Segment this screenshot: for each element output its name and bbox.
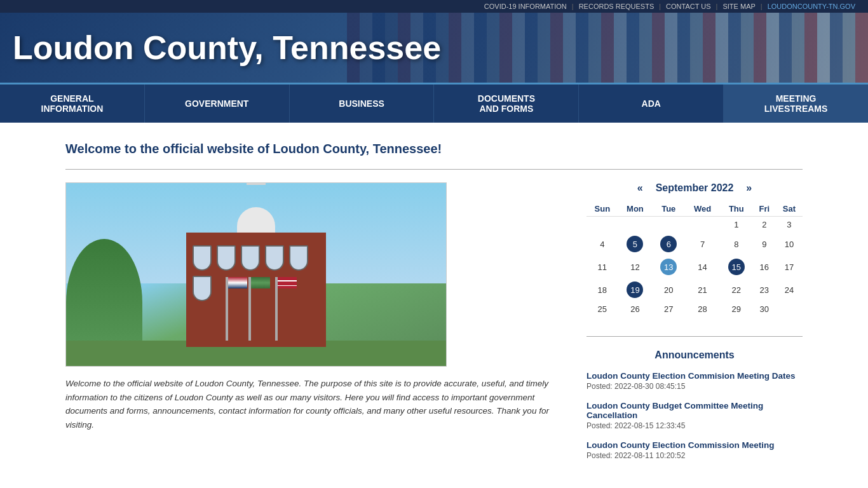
announcement-item-2: Loudon County Budget Committee Meeting C…	[587, 401, 803, 430]
calendar-day-cell[interactable]: 6	[652, 233, 685, 255]
content-columns: Welcome to the official website of Loudo…	[65, 182, 803, 470]
calendar-day-cell[interactable]: 15	[720, 255, 753, 278]
courthouse-photo	[65, 182, 447, 367]
calendar-day-cell[interactable]: 1	[720, 217, 753, 233]
calendar-day-cell[interactable]: 17	[776, 255, 803, 278]
calendar-day-cell[interactable]: 9	[753, 233, 776, 255]
calendar-day-cell[interactable]: 3	[776, 217, 803, 233]
flag-pole-1	[275, 277, 278, 341]
calendar-event-day: 5	[627, 236, 643, 252]
announcement-item-1: Loudon County Election Commision Meeting…	[587, 371, 803, 391]
calendar-day-cell[interactable]: 28	[685, 301, 719, 317]
announcement-date-2: Posted: 2022-08-15 12:33:45	[587, 421, 803, 430]
contact-link[interactable]: CONTACT US	[666, 3, 711, 10]
calendar-day-cell[interactable]: 20	[652, 278, 685, 301]
calendar-day-cell[interactable]: 23	[753, 278, 776, 301]
welcome-text: Welcome to the official website of Loudo…	[65, 377, 561, 431]
window	[289, 245, 308, 271]
sep3: |	[716, 3, 718, 10]
calendar-day-cell[interactable]: 8	[720, 233, 753, 255]
calendar-week-row-2: 11121314151617	[587, 255, 803, 278]
announcement-date-3: Posted: 2022-08-11 10:20:52	[587, 451, 803, 460]
calendar-day-cell[interactable]: 13	[652, 255, 685, 278]
left-column: Welcome to the official website of Loudo…	[65, 182, 561, 431]
calendar-day-cell[interactable]: 25	[587, 301, 618, 317]
calendar: « September 2022 » Sun Mon Tue Wed Thu F…	[587, 182, 803, 317]
calendar-day-cell[interactable]: 2	[753, 217, 776, 233]
covid-link[interactable]: COVID-19 INFORMATION	[484, 3, 567, 10]
announcement-title-1[interactable]: Loudon County Election Commision Meeting…	[587, 371, 803, 381]
flag-2	[251, 277, 270, 288]
calendar-day-cell	[685, 217, 719, 233]
calendar-next-button[interactable]: »	[746, 182, 752, 194]
cal-thu-header: Thu	[720, 201, 753, 217]
calendar-event-day: 19	[627, 281, 643, 298]
nav-business[interactable]: BUSINESS	[290, 85, 435, 123]
sep4: |	[761, 3, 763, 10]
calendar-day-cell[interactable]: 4	[587, 233, 618, 255]
calendar-day-cell[interactable]: 10	[776, 233, 803, 255]
calendar-today: 13	[660, 259, 677, 275]
calendar-day-cell[interactable]: 7	[685, 233, 719, 255]
calendar-day-cell[interactable]: 19	[618, 278, 652, 301]
main-content: Welcome to the official website of Loudo…	[53, 123, 815, 488]
site-title: Loudon County, Tennessee	[13, 29, 441, 67]
announcements-section: Announcements Loudon County Election Com…	[587, 349, 803, 460]
announcement-title-2[interactable]: Loudon County Budget Committee Meeting C…	[587, 401, 803, 420]
calendar-prev-button[interactable]: «	[637, 182, 643, 194]
header: Loudon County, Tennessee	[0, 13, 868, 83]
calendar-week-row-3: 18192021222324	[587, 278, 803, 301]
flag-1	[278, 277, 297, 288]
calendar-day-cell	[776, 301, 803, 317]
calendar-day-cell[interactable]: 22	[720, 278, 753, 301]
calendar-week-row-1: 45678910	[587, 233, 803, 255]
top-bar: COVID-19 INFORMATION | RECORDS REQUESTS …	[0, 0, 868, 13]
calendar-week-row-4: 252627282930	[587, 301, 803, 317]
cal-tue-header: Tue	[652, 201, 685, 217]
calendar-month-year: September 2022	[656, 182, 734, 194]
nav-general-information[interactable]: GENERALINFORMATION	[0, 85, 145, 123]
calendar-day-cell[interactable]: 12	[618, 255, 652, 278]
nav-government[interactable]: GOVERNMENT	[145, 85, 290, 123]
calendar-body: 1234567891011121314151617181920212223242…	[587, 217, 803, 318]
welcome-heading: Welcome to the official website of Loudo…	[65, 142, 803, 156]
cal-sun-header: Sun	[587, 201, 618, 217]
announcements-divider	[587, 336, 803, 337]
content-divider	[65, 169, 803, 170]
announcement-date-1: Posted: 2022-08-30 08:45:15	[587, 382, 803, 391]
calendar-day-cell[interactable]: 24	[776, 278, 803, 301]
calendar-day-cell	[587, 217, 618, 233]
calendar-day-cell[interactable]: 18	[587, 278, 618, 301]
calendar-day-cell[interactable]: 11	[587, 255, 618, 278]
calendar-day-cell[interactable]: 27	[652, 301, 685, 317]
nav-documents-forms[interactable]: DOCUMENTSAND FORMS	[434, 85, 579, 123]
sitemap-link[interactable]: SITE MAP	[722, 3, 755, 10]
county-link[interactable]: LOUDONCOUNTY-TN.GOV	[768, 3, 855, 10]
nav-meeting-livestreams[interactable]: MeetingLivestreams	[724, 85, 868, 123]
calendar-day-cell[interactable]: 5	[618, 233, 652, 255]
calendar-day-cell[interactable]: 21	[685, 278, 719, 301]
window	[193, 245, 212, 271]
calendar-day-cell[interactable]: 16	[753, 255, 776, 278]
right-column: « September 2022 » Sun Mon Tue Wed Thu F…	[587, 182, 803, 470]
calendar-day-cell[interactable]: 29	[720, 301, 753, 317]
window	[241, 245, 260, 271]
calendar-event-day: 6	[660, 236, 677, 252]
calendar-day-cell[interactable]: 26	[618, 301, 652, 317]
nav-ada[interactable]: ADA	[579, 85, 724, 123]
announcement-item-3: Loudon County Election Commission Meetin…	[587, 440, 803, 460]
records-link[interactable]: RECORDS REQUESTS	[579, 3, 654, 10]
window	[265, 245, 284, 271]
flag-pole-2	[248, 277, 251, 341]
flag-pole-3	[226, 277, 228, 341]
sep1: |	[572, 3, 574, 10]
announcement-title-3[interactable]: Loudon County Election Commission Meetin…	[587, 440, 803, 450]
calendar-day-cell[interactable]: 14	[685, 255, 719, 278]
calendar-day-cell[interactable]: 30	[753, 301, 776, 317]
cal-fri-header: Fri	[753, 201, 776, 217]
calendar-week-row-0: 123	[587, 217, 803, 233]
window	[217, 245, 236, 271]
flag-3	[228, 277, 247, 288]
building-windows	[193, 245, 320, 301]
main-nav: GENERALINFORMATION GOVERNMENT BUSINESS D…	[0, 83, 868, 123]
